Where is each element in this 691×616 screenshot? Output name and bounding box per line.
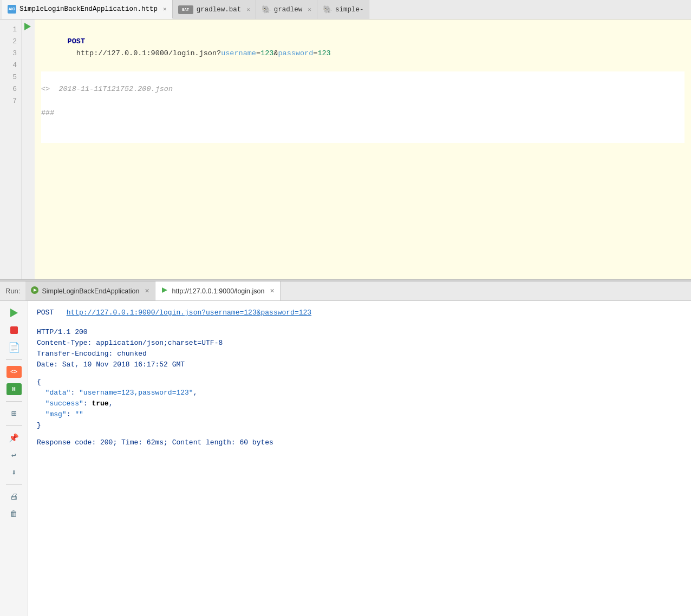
url-param-username-val: 123 xyxy=(260,49,273,57)
output-json-data: "data": "username=123,password=123", xyxy=(37,388,682,398)
tab-label-gradle: gradlew xyxy=(274,6,303,14)
line-num-6: 6 xyxy=(4,83,17,95)
line-num-1: 1 xyxy=(4,24,17,36)
json-key-data: "data" xyxy=(45,389,71,397)
url-base: http://127.0.0.1:9000/login.json? xyxy=(68,49,221,57)
tab-bar: AIO SimpleLoginBackEndApplication.http ✕… xyxy=(0,0,691,19)
output-json-success: "success": true, xyxy=(37,398,682,409)
sidebar-divider-2 xyxy=(6,401,22,402)
editor-area: 1 2 3 4 5 6 7 POST http://127.0.0.1:9000… xyxy=(0,19,691,279)
run-request-button[interactable] xyxy=(24,23,32,30)
output-method: POST xyxy=(37,309,54,317)
line-num-3: 3 xyxy=(4,48,17,60)
tab-close-bat[interactable]: ✕ xyxy=(246,6,250,13)
editor-line-1: POST http://127.0.0.1:9000/login.json?us… xyxy=(41,24,685,71)
json-key-msg: "msg" xyxy=(45,410,67,418)
tab-close-http[interactable]: ✕ xyxy=(163,5,167,12)
run-tab-app-close[interactable]: ✕ xyxy=(145,287,149,294)
delete-icon: 🗑 xyxy=(10,509,18,519)
editor-line-2 xyxy=(41,71,685,83)
output-blank-2 xyxy=(37,370,682,377)
run-panel: Run: SimpleLoginBackEndApplication ✕ htt… xyxy=(0,281,691,616)
http-icon: AIO xyxy=(8,5,16,14)
output-json-msg: "msg": "" xyxy=(37,409,682,420)
editor-content[interactable]: POST http://127.0.0.1:9000/login.json?us… xyxy=(35,19,691,279)
sidebar-stop-button[interactable] xyxy=(4,323,24,338)
tab-label-simple: simple- xyxy=(335,6,364,14)
run-tab-http-close[interactable]: ✕ xyxy=(270,287,275,294)
headers-icon: H xyxy=(6,383,22,395)
print-icon: 🖨 xyxy=(10,492,18,502)
run-tab-http-label: http://127.0.0.1:9000/login.json xyxy=(172,287,264,295)
output-content-type: Content-Type: application/json;charset=U… xyxy=(37,338,682,349)
wrap-icon: ↩ xyxy=(11,450,16,461)
output-blank-3 xyxy=(37,431,682,437)
doc-icon: 📄 xyxy=(8,342,20,353)
output-json-close: } xyxy=(37,420,682,431)
url-amp: & xyxy=(273,49,278,57)
line-num-2: 2 xyxy=(4,36,17,48)
sidebar-download-button[interactable]: ⬇ xyxy=(4,465,24,480)
run-output: POST http://127.0.0.1:9000/login.json?us… xyxy=(28,301,691,616)
tab-http-file[interactable]: AIO SimpleLoginBackEndApplication.http ✕ xyxy=(2,0,173,19)
sidebar-pin-button[interactable]: 📌 xyxy=(4,430,24,445)
url-param-username-key: username xyxy=(221,49,256,57)
mammal-icon: 🐘 xyxy=(323,5,332,14)
editor-line-3: <> 2018-11-11T121752.200.json xyxy=(41,83,685,95)
tab-close-gradle[interactable]: ✕ xyxy=(308,6,311,13)
sidebar-divider-3 xyxy=(6,425,22,426)
sidebar-doc-button[interactable]: 📄 xyxy=(4,340,24,355)
app-run-icon xyxy=(31,286,38,296)
run-tab-bar: Run: SimpleLoginBackEndApplication ✕ htt… xyxy=(0,281,691,301)
sidebar-run-button[interactable] xyxy=(4,305,24,320)
run-tab-app[interactable]: SimpleLoginBackEndApplication ✕ xyxy=(25,281,155,300)
bat-icon: BAT xyxy=(178,5,193,14)
editor-line-5: ### xyxy=(41,107,685,119)
run-label: Run: xyxy=(0,287,25,295)
line-num-5: 5 xyxy=(4,71,17,83)
pin-icon: 📌 xyxy=(9,433,19,443)
sidebar-format-button[interactable]: <> xyxy=(4,364,24,379)
editor-line-4 xyxy=(41,95,685,107)
sidebar-divider-1 xyxy=(6,359,22,360)
sidebar-print-button[interactable]: 🖨 xyxy=(4,489,24,504)
line-num-4: 4 xyxy=(4,60,17,71)
tab-label-http: SimpleLoginBackEndApplication.http xyxy=(19,5,158,13)
json-val-msg: "" xyxy=(75,410,83,418)
output-http-version: HTTP/1.1 200 xyxy=(37,327,682,338)
run-gutter xyxy=(22,19,35,279)
url-equals-1: = xyxy=(256,49,260,57)
url-param-password-key: password xyxy=(278,49,314,57)
line-numbers: 1 2 3 4 5 6 7 xyxy=(0,19,22,279)
sidebar-layout-button[interactable]: ⊞ xyxy=(4,406,24,421)
output-request-line: POST http://127.0.0.1:9000/login.json?us… xyxy=(37,307,682,318)
json-val-data: "username=123,password=123" xyxy=(79,389,193,397)
http-run-icon xyxy=(161,286,168,296)
tab-label-bat: gradlew.bat xyxy=(197,6,242,14)
json-key-success: "success" xyxy=(45,399,83,408)
run-tab-app-label: SimpleLoginBackEndApplication xyxy=(42,287,139,295)
tab-simple[interactable]: 🐘 simple- xyxy=(317,0,370,19)
editor-line-6 xyxy=(41,119,685,131)
keyword-post: POST xyxy=(68,37,85,45)
tab-gradlew[interactable]: 🐘 gradlew ✕ xyxy=(256,0,317,19)
url-param-password-val: 123 xyxy=(317,49,330,57)
sidebar-headers-button[interactable]: H xyxy=(4,382,24,397)
sidebar-delete-button[interactable]: 🗑 xyxy=(4,507,24,522)
output-blank-1 xyxy=(37,320,682,327)
output-url-link[interactable]: http://127.0.0.1:9000/login.json?usernam… xyxy=(67,309,311,317)
run-body: 📄 <> H ⊞ 📌 ↩ xyxy=(0,301,691,616)
run-sidebar: 📄 <> H ⊞ 📌 ↩ xyxy=(0,301,28,616)
editor-line-7 xyxy=(41,131,685,143)
svg-marker-2 xyxy=(162,287,167,293)
output-date: Date: Sat, 10 Nov 2018 16:17:52 GMT xyxy=(37,359,682,370)
sidebar-divider-4 xyxy=(6,484,22,485)
run-tab-http[interactable]: http://127.0.0.1:9000/login.json ✕ xyxy=(155,281,281,300)
line-num-7: 7 xyxy=(4,95,17,107)
json-val-success: true xyxy=(92,399,108,408)
tab-gradlew-bat[interactable]: BAT gradlew.bat ✕ xyxy=(173,0,256,19)
sidebar-wrap-button[interactable]: ↩ xyxy=(4,448,24,463)
output-json-open: { xyxy=(37,377,682,388)
download-icon: ⬇ xyxy=(11,468,16,478)
output-response-info: Response code: 200; Time: 62ms; Content … xyxy=(37,437,682,448)
